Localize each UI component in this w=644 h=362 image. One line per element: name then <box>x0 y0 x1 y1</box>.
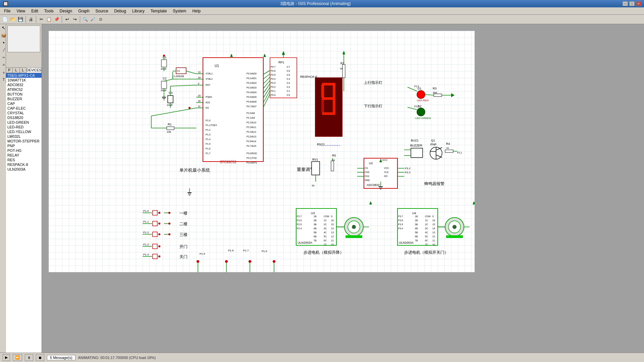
svg-text:P2.3: P2.3 <box>414 85 419 87</box>
power-tool[interactable]: ⏚ <box>0 68 7 76</box>
svg-text:P3.3/INT1: P3.3/INT1 <box>247 162 257 164</box>
svg-text:Q1: Q1 <box>431 139 435 142</box>
undo-button[interactable]: ↩ <box>63 16 71 23</box>
device-item[interactable]: ULN2003A <box>6 167 42 172</box>
minimize-button[interactable]: — <box>623 1 628 6</box>
device-item[interactable]: 7SEG-MPX1-CA <box>6 73 42 78</box>
schematic-canvas[interactable]: STC89C52 U1 XTAL1 XTAL2 RST PSEN ALE EA … <box>49 31 475 272</box>
device-item[interactable]: ADC0832 <box>6 82 42 87</box>
close-button[interactable]: ✕ <box>636 1 641 6</box>
svg-text:7B: 7B <box>415 239 418 242</box>
junction-tool[interactable]: ● <box>0 39 7 46</box>
canvas-area[interactable]: STC89C52 U1 XTAL1 XTAL2 RST PSEN ALE EA … <box>42 24 644 353</box>
zoom-in-button[interactable]: 🔍 <box>82 16 89 23</box>
wire-tool[interactable]: ╱ <box>0 46 7 54</box>
device-item[interactable]: LM032L <box>6 134 42 139</box>
svg-text:关门: 关门 <box>179 254 187 259</box>
window-title: 3圆电路 - ISIS Professional (Animating) <box>8 1 623 7</box>
device-item[interactable]: CRYSTAL <box>6 111 42 115</box>
menu-item-help[interactable]: Help <box>190 8 203 14</box>
device-item[interactable]: RES <box>6 158 42 162</box>
svg-text:4C: 4C <box>324 231 327 234</box>
tab-l1[interactable]: L <box>13 68 19 73</box>
text-tool[interactable]: T <box>0 76 7 83</box>
svg-text:P1.6: P1.6 <box>206 147 211 150</box>
device-item[interactable]: BUZZER <box>6 97 42 101</box>
svg-rect-173 <box>312 162 320 175</box>
zoom-out-button[interactable]: 🔎 <box>89 16 97 23</box>
device-item[interactable]: POT-HG <box>6 148 42 153</box>
svg-text:P1.0: P1.0 <box>206 119 211 122</box>
svg-text:9: 9 <box>331 215 332 218</box>
device-item[interactable]: BUTTON <box>6 92 42 97</box>
svg-line-151 <box>408 107 417 110</box>
print-button[interactable]: 🖨 <box>27 16 35 23</box>
svg-text:P1.5: P1.5 <box>200 252 205 255</box>
step-play-button[interactable]: ⏩ <box>13 354 22 361</box>
svg-text:P1.1/T2EX: P1.1/T2EX <box>206 124 217 126</box>
menu-item-edit[interactable]: Edit <box>29 8 41 14</box>
device-item[interactable]: CAP-ELEC <box>6 106 42 111</box>
menu-item-tools[interactable]: Tools <box>42 8 56 14</box>
label-tool[interactable]: A <box>0 61 7 68</box>
menu-item-file[interactable]: File <box>1 8 13 14</box>
svg-text:ULN2003A: ULN2003A <box>399 241 414 244</box>
select-tool[interactable]: ↖ <box>0 24 7 32</box>
device-item[interactable]: AT89C52 <box>6 87 42 92</box>
svg-text:3B: 3B <box>415 223 418 226</box>
menu-item-system[interactable]: System <box>170 8 189 14</box>
menu-item-source[interactable]: Source <box>93 8 111 14</box>
menu-item-debug[interactable]: Debug <box>112 8 129 14</box>
stop-button[interactable]: ⏹ <box>36 354 44 361</box>
svg-text:P2.2/A10: P2.2/A10 <box>247 121 256 124</box>
play-button[interactable]: ▶ <box>3 354 10 361</box>
pause-button[interactable]: ⏸ <box>25 354 33 361</box>
svg-point-219 <box>249 260 251 263</box>
device-item[interactable]: CAP <box>6 101 42 106</box>
svg-text:10uF: 10uF <box>167 104 173 107</box>
paste-button[interactable]: 📌 <box>53 16 60 23</box>
device-item[interactable]: PNP <box>6 143 42 148</box>
device-item[interactable]: RELAY <box>6 153 42 158</box>
zoom-fit-button[interactable]: ⊡ <box>97 16 104 23</box>
svg-text:13: 13 <box>331 231 334 234</box>
svg-text:P3.1/TXD: P3.1/TXD <box>247 157 257 159</box>
tab-devices[interactable]: DEVICES <box>26 68 42 73</box>
svg-text:7C: 7C <box>425 243 428 246</box>
device-item[interactable]: LED-YELLOW <box>6 129 42 134</box>
device-item[interactable]: LED-GREEN <box>6 120 42 125</box>
svg-rect-178 <box>331 161 334 171</box>
maximize-button[interactable]: □ <box>629 1 635 6</box>
svg-text:DO: DO <box>384 175 388 177</box>
menu-item-template[interactable]: Template <box>148 8 170 14</box>
save-button[interactable]: 💾 <box>17 16 24 23</box>
device-item[interactable]: DS18B20 <box>6 115 42 120</box>
menu-item-library[interactable]: Library <box>129 8 147 14</box>
device-list[interactable]: 7SEG-MPX1-CA10WATT1KADC0832AT89C52BUTTON… <box>6 73 42 353</box>
device-item[interactable]: RESPACK-8 <box>6 162 42 167</box>
svg-text:P3.0/RXD: P3.0/RXD <box>247 152 257 155</box>
device-item[interactable]: MOTOR-STEPPER <box>6 139 42 143</box>
copy-button[interactable]: 📋 <box>45 16 53 23</box>
device-item[interactable]: 10WATT1K <box>6 78 42 82</box>
component-tool[interactable]: 📦 <box>0 32 7 39</box>
svg-text:数码管: 数码管 <box>322 138 332 141</box>
svg-point-188 <box>158 212 160 214</box>
menu-item-graph[interactable]: Graph <box>75 8 92 14</box>
open-button[interactable]: 📂 <box>9 16 16 23</box>
svg-line-79 <box>151 108 196 116</box>
cut-button[interactable]: ✂ <box>38 16 45 23</box>
svg-text:13: 13 <box>432 231 435 234</box>
redo-button[interactable]: ↪ <box>71 16 78 23</box>
svg-point-210 <box>158 255 160 257</box>
svg-text:P1.4: P1.4 <box>206 138 211 140</box>
menu-item-design[interactable]: Design <box>57 8 75 14</box>
svg-line-141 <box>425 95 434 95</box>
menu-item-view[interactable]: View <box>14 8 28 14</box>
new-button[interactable]: 📄 <box>1 16 9 23</box>
device-item[interactable]: LED-RED <box>6 125 42 129</box>
bus-tool[interactable]: ═ <box>0 54 7 61</box>
svg-rect-130 <box>342 64 345 78</box>
svg-line-52 <box>186 71 196 74</box>
tab-l2[interactable]: L <box>20 68 26 73</box>
